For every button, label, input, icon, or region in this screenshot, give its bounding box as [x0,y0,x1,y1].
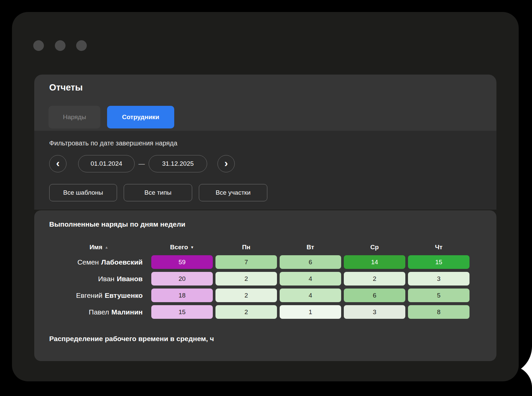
tab-naryady-label: Наряды [63,113,86,121]
column-header-tue: Вт [280,242,341,252]
heatmap-cell-thu: 5 [408,289,469,302]
weekday-heatmap-table: Имя ▲ Всего ▼ Пн Вт Ср Чт СеменЛабоевски… [49,242,469,319]
heatmap-cell-total: 20 [151,272,213,286]
column-header-name-label: Имя [89,244,102,251]
heatmap-cell-total: 59 [151,255,213,269]
heatmap-cell-wed: 14 [344,255,405,269]
column-header-wed: Ср [344,242,405,252]
templates-filter-button[interactable]: Все шаблоны [49,184,117,201]
employee-name: ИванИванов [49,272,149,286]
column-header-mon: Пн [215,242,277,252]
page-title: Отчеты [49,83,83,93]
heatmap-cell-wed: 3 [344,305,405,319]
heatmap-cell-tue: 1 [280,305,341,319]
heatmap-cell-thu: 15 [408,255,469,269]
column-header-thu: Чт [408,242,469,252]
filter-band: Фильтровать по дате завершения наряда ‹ … [34,131,496,210]
sections-filter-label: Все участки [215,189,250,196]
report-tabs: Наряды Сотрудники [49,106,174,128]
sections-filter-button[interactable]: Все участки [199,184,267,201]
column-header-total-label: Всего [170,244,188,251]
window-control-dot-3[interactable] [76,40,87,51]
column-header-name[interactable]: Имя ▲ [49,242,149,252]
types-filter-label: Все типы [144,189,171,196]
date-to-field[interactable]: 31.12.2025 [149,155,207,172]
heatmap-cell-tue: 4 [280,272,341,286]
heatmap-cell-wed: 2 [344,272,405,286]
employee-name: ПавелМалинин [49,305,149,319]
window-control-dot-2[interactable] [55,40,66,51]
heatmap-cell-wed: 6 [344,289,405,302]
date-to-value: 31.12.2025 [162,160,194,167]
sort-asc-icon: ▲ [105,246,108,249]
heatmap-cell-total: 18 [151,289,213,302]
next-period-button[interactable]: › [217,155,235,172]
tab-naryady[interactable]: Наряды [49,106,100,128]
heatmap-cell-tue: 4 [280,289,341,302]
window-control-dot-1[interactable] [33,40,44,51]
heatmap-cell-mon: 2 [215,272,277,286]
templates-filter-label: Все шаблоны [63,189,103,196]
date-range-picker: ‹ 01.01.2024 — 31.12.2025 › [49,155,235,172]
heatmap-cell-total: 15 [151,305,213,319]
sort-desc-icon: ▼ [191,246,194,249]
heatmap-cell-tue: 6 [280,255,341,269]
prev-period-button[interactable]: ‹ [49,155,66,172]
employee-name: ЕвгенийЕвтушенко [49,289,149,302]
column-header-total[interactable]: Всего ▼ [151,242,213,252]
date-from-field[interactable]: 01.01.2024 [78,155,135,172]
heatmap-cell-mon: 2 [215,305,277,319]
heatmap-cell-thu: 3 [408,272,469,286]
weekday-report-title: Выполненные наряды по дням недели [49,220,185,228]
heatmap-cell-mon: 7 [215,255,277,269]
app-window: Отчеты Наряды Сотрудники Фильтровать по … [12,12,519,381]
date-range-dash: — [135,160,149,167]
page-canvas: Отчеты Наряды Сотрудники Фильтровать по … [0,0,532,396]
heatmap-cell-mon: 2 [215,289,277,302]
tab-sotrudniki[interactable]: Сотрудники [107,106,174,128]
time-report-title: Распределение рабочего времени в среднем… [49,335,214,343]
date-filter-label: Фильтровать по дате завершения наряда [49,139,177,147]
date-from-value: 01.01.2024 [90,160,122,167]
filter-dropdowns: Все шаблоны Все типы Все участки [49,184,267,201]
main-content: Отчеты Наряды Сотрудники Фильтровать по … [34,75,496,361]
tab-sotrudniki-label: Сотрудники [122,113,159,121]
employee-name: СеменЛабоевский [49,255,149,269]
types-filter-button[interactable]: Все типы [124,184,192,201]
heatmap-cell-thu: 8 [408,305,469,319]
report-header-band: Отчеты Наряды Сотрудники [34,75,496,131]
weekday-report-card: Выполненные наряды по дням недели Имя ▲ … [34,210,496,361]
